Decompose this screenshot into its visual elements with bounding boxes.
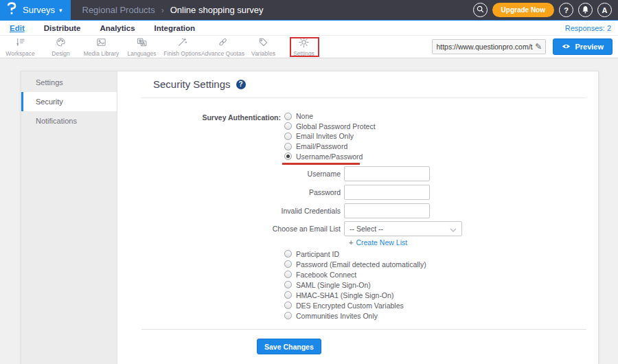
radio-option-saml[interactable]: SAML (Single Sign-On) (284, 280, 426, 290)
radio-label: Password (Email detected automatically) (296, 260, 426, 269)
radio-option-participant-id[interactable]: Participant ID (284, 249, 426, 259)
radio-icon[interactable] (284, 260, 292, 268)
tab-analytics[interactable]: Analytics (90, 24, 144, 32)
annotation-red-underline (282, 163, 360, 165)
radio-icon[interactable] (284, 312, 292, 319)
radio-option-global-password-protect[interactable]: Global Password Protect (284, 122, 376, 132)
tool-workspace[interactable]: Workspace (0, 36, 41, 58)
tool-media-library[interactable]: Media Library (81, 36, 122, 58)
tool-design[interactable]: Design (41, 36, 81, 58)
tag-icon (258, 37, 268, 50)
radio-label: Email/Password (296, 142, 347, 150)
username-label: Username (117, 170, 344, 178)
radio-option-email-password[interactable]: Email/Password (284, 141, 376, 152)
radio-option-username-password[interactable]: Username/Password (284, 151, 376, 161)
survey-url-box[interactable]: https://www.questionpro.com/t/APNrFZ ✎ (432, 39, 546, 54)
save-changes-button[interactable]: Save Changes (257, 339, 321, 354)
radio-option-communities-invites[interactable]: Communities Invites Only (284, 310, 426, 321)
title-help-icon[interactable]: ? (236, 80, 246, 89)
survey-authentication-label: Survey Authentication: (117, 113, 281, 122)
email-list-label: Choose an Email List (117, 225, 344, 233)
palette-icon (56, 37, 66, 50)
radio-option-hmac-sha1[interactable]: HMAC-SHA1 (Single Sign-On) (284, 290, 426, 300)
header-actions: Upgrade Now ? A (473, 0, 618, 20)
image-icon (96, 37, 106, 50)
password-input[interactable] (344, 185, 430, 200)
radio-label: SAML (Single Sign-On) (296, 281, 371, 289)
app-window: Surveys ▾ Regional Products › Online sho… (0, 0, 618, 364)
radio-icon[interactable] (284, 122, 292, 130)
radio-icon[interactable] (284, 302, 292, 309)
product-switcher[interactable]: Surveys ▾ (0, 0, 71, 20)
help-button[interactable]: ? (559, 3, 573, 17)
chevron-down-icon: ▾ (59, 7, 62, 14)
avatar[interactable]: A (597, 3, 612, 17)
questionpro-logo-icon (7, 2, 16, 18)
auth-options-bottom: Participant ID Password (Email detected … (284, 249, 426, 321)
edit-url-icon[interactable]: ✎ (535, 42, 542, 52)
preview-label: Preview (575, 43, 604, 51)
upgrade-now-button[interactable]: Upgrade Now (492, 3, 554, 17)
responses-count[interactable]: Responses: 2 (565, 24, 618, 32)
password-row: Password (117, 185, 430, 200)
radio-option-none[interactable]: None (284, 111, 376, 122)
radio-option-des-encrypted[interactable]: DES Encrypted Custom Variables (284, 300, 426, 310)
radio-label: None (296, 112, 313, 120)
tool-label: Workspace (5, 51, 34, 57)
secondary-nav: Edit Distribute Analytics Integration Re… (0, 21, 618, 36)
tool-label: Settings (293, 51, 314, 57)
tool-variables[interactable]: Variables (243, 36, 284, 58)
sidebar-item-security[interactable]: Security (21, 92, 117, 111)
chain-links-icon (218, 37, 228, 50)
radio-option-email-invites-only[interactable]: Email Invites Only (284, 131, 376, 141)
sidebar-item-settings[interactable]: Settings (21, 73, 117, 92)
radio-label: DES Encrypted Custom Variables (296, 302, 404, 310)
tool-settings[interactable]: Settings (284, 36, 324, 58)
invalid-credentials-label: Invalid Credentials (117, 207, 344, 215)
breadcrumb-folder[interactable]: Regional Products (82, 5, 155, 15)
radio-icon[interactable] (284, 291, 292, 299)
toolbar-right: https://www.questionpro.com/t/APNrFZ ✎ P… (432, 36, 618, 58)
radio-label: Participant ID (296, 250, 339, 258)
breadcrumb-survey-title: Online shopping survey (170, 5, 264, 15)
invalid-credentials-input[interactable] (344, 203, 430, 218)
radio-icon[interactable] (284, 271, 292, 278)
radio-icon[interactable] (284, 133, 292, 140)
radio-icon[interactable] (284, 143, 292, 150)
radio-option-facebook-connect[interactable]: Facebook Connect (284, 269, 426, 280)
radio-icon[interactable] (284, 250, 292, 258)
tool-label: Finish Options (163, 51, 201, 57)
radio-icon[interactable] (284, 113, 292, 120)
sidebar-item-notifications[interactable]: Notifications (21, 111, 117, 130)
tool-label: Design (52, 51, 69, 57)
bell-icon (582, 5, 589, 15)
radio-icon[interactable] (284, 281, 292, 288)
breadcrumb-separator-icon: › (161, 5, 164, 15)
preview-button[interactable]: Preview (553, 38, 613, 55)
top-header: Surveys ▾ Regional Products › Online sho… (0, 0, 618, 21)
radio-label: Global Password Protect (296, 122, 376, 130)
search-icon (477, 5, 484, 14)
notifications-button[interactable] (578, 3, 593, 17)
survey-url-text: https://www.questionpro.com/t/APNrFZ (436, 43, 533, 51)
create-new-list-label: Create New List (356, 238, 407, 247)
email-list-select[interactable]: -- Select -- (344, 221, 462, 236)
username-input[interactable] (344, 166, 430, 181)
tab-distribute[interactable]: Distribute (34, 24, 91, 32)
radio-label: Username/Password (296, 152, 363, 161)
page-title: Security Settings (153, 78, 231, 90)
tool-languages[interactable]: Languages (122, 36, 162, 58)
breadcrumb: Regional Products › Online shopping surv… (82, 0, 264, 20)
divider (141, 98, 586, 98)
radio-icon-selected[interactable] (284, 152, 292, 160)
search-button[interactable] (473, 3, 488, 17)
tool-finish-options[interactable]: Finish Options (162, 36, 203, 58)
tab-edit[interactable]: Edit (0, 24, 34, 32)
tool-advance-quotas[interactable]: Advance Quotas (203, 36, 243, 58)
tool-label: Advance Quotas (201, 51, 244, 57)
radio-option-password-email-detected[interactable]: Password (Email detected automatically) (284, 259, 426, 269)
create-new-list-link[interactable]: + Create New List (349, 238, 407, 247)
product-menu-label: Surveys (23, 5, 55, 15)
tab-integration[interactable]: Integration (145, 24, 205, 32)
magic-wand-icon (177, 37, 187, 50)
